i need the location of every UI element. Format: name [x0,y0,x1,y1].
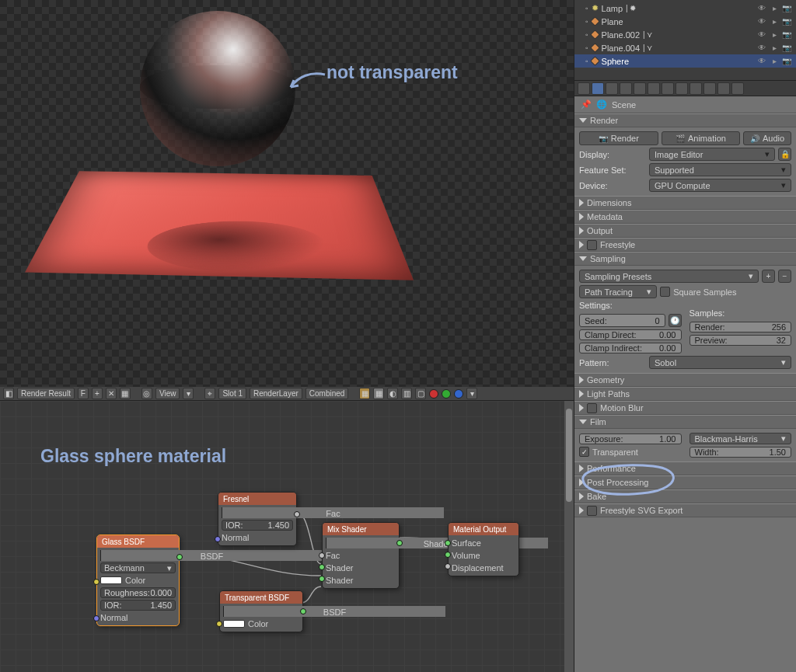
visibility-icon[interactable]: 👁 [757,44,766,53]
select-icon[interactable]: ▸ [770,30,779,40]
clamp-indirect-field[interactable]: Clamp Indirect:0.00 [579,343,682,353]
seed-clock-icon[interactable]: 🕐 [669,314,682,327]
render-icon[interactable]: 📷 [782,57,791,66]
outliner-item-sphere[interactable]: ◦ Sphere👁▸📷 [574,54,796,68]
color-red[interactable] [429,389,438,399]
tab-constraints[interactable] [648,82,660,95]
preview-samples-field[interactable]: Preview:32 [690,335,792,346]
layer-menu[interactable]: RenderLayer [250,388,302,399]
color-blue[interactable] [454,389,463,399]
tab-physics[interactable] [731,82,744,95]
socket-out-shader[interactable] [176,554,183,560]
distribution-select[interactable]: Beckmann▾ [100,562,176,573]
panel-header-performance[interactable]: Performance [574,461,796,475]
seed-field[interactable]: Seed:0 [579,314,665,327]
display-select[interactable]: Image Editor▾ [649,148,775,161]
socket-in-surface[interactable] [445,540,451,546]
lock-icon[interactable]: 🔒 [778,148,791,161]
tab-render[interactable] [578,82,590,95]
node-header[interactable]: Fresnel [218,493,296,505]
render-samples-field[interactable]: Render:256 [690,322,792,333]
node-header[interactable]: Transparent BSDF [220,591,302,604]
exposure-field[interactable]: Exposure:1.00 [579,433,682,444]
tab-data[interactable] [676,82,688,95]
node-header[interactable]: Glass BSDF [97,535,179,548]
freestyle-checkbox[interactable] [587,240,597,250]
pixel-filter-select[interactable]: Blackman-Harris▾ [690,433,792,444]
socket-in-fac[interactable] [319,552,325,559]
select-icon[interactable]: ▸ [770,17,779,26]
panel-header-metadata[interactable]: Metadata [574,210,796,224]
node-transparent-bsdf[interactable]: Transparent BSDF BSDF Color [219,590,303,632]
square-samples-checkbox[interactable] [660,287,670,297]
fake-user-toggle[interactable]: F [78,388,89,399]
view-dropdown-icon[interactable]: ▾ [183,388,194,399]
color-swatch[interactable] [223,620,245,628]
pattern-select[interactable]: Sobol▾ [649,356,791,369]
animation-button[interactable]: 🎬 Animation [662,131,741,145]
pivot-icon[interactable]: ◎ [141,388,152,399]
panel-header-bake[interactable]: Bake [574,489,796,503]
node-fresnel[interactable]: Fresnel Fac IOR:1.450 Normal [218,492,297,546]
render-button[interactable]: 📷 Render [579,131,658,145]
visibility-icon[interactable]: 👁 [757,30,766,40]
outliner[interactable]: ◦ ✹Lamp | ✹👁▸📷 ◦ Plane👁▸📷 ◦ Plane.002 | … [574,0,796,81]
panel-header-motionblur[interactable]: Motion Blur [574,401,796,415]
socket-in-displacement[interactable] [445,563,451,569]
panel-header-postproc[interactable]: Post Processing [574,475,796,489]
display-channels-2[interactable]: ▦ [373,388,384,399]
roughness-field[interactable]: Roughness:0.000 [100,587,176,598]
visibility-icon[interactable]: 👁 [757,57,766,66]
panel-header-geometry[interactable]: Geometry [574,373,796,387]
preset-remove[interactable]: − [778,270,791,283]
device-select[interactable]: GPU Compute▾ [649,179,791,192]
ior-field[interactable]: IOR:1.450 [222,520,293,531]
node-material-output[interactable]: Material Output Surface Volume Displacem… [448,522,519,576]
visibility-icon[interactable]: 👁 [757,17,766,26]
panel-header-render[interactable]: Render [574,113,796,127]
outliner-item-plane004[interactable]: ◦ Plane.004 | ⋎👁▸📷 [574,41,796,54]
socket-out-shader[interactable] [300,608,306,615]
node-header[interactable]: Mix Shader [323,523,399,535]
select-icon[interactable]: ▸ [770,57,779,66]
tab-world[interactable] [620,82,632,95]
pass-menu[interactable]: Combined [305,388,349,399]
outliner-item-plane[interactable]: ◦ Plane👁▸📷 [574,15,796,28]
select-icon[interactable]: ▸ [770,4,779,13]
panel-header-dimensions[interactable]: Dimensions [574,196,796,210]
panel-header-film[interactable]: Film [574,415,796,429]
image-menu[interactable]: Render Result [17,388,75,399]
panel-header-freestylesvg[interactable]: Freestyle SVG Export [574,503,796,517]
panel-header-lightpaths[interactable]: Light Paths [574,387,796,401]
node-scrollbar[interactable] [564,401,574,672]
filter-width-field[interactable]: Width:1.50 [690,447,792,458]
render-icon[interactable]: 📷 [782,4,791,13]
pack-button[interactable]: ▦ [120,388,131,399]
socket-in-color[interactable] [216,621,222,627]
unlink-button[interactable]: ✕ [106,388,117,399]
socket-out-shader[interactable] [396,540,403,546]
outliner-item-plane002[interactable]: ◦ Plane.002 | ⋎👁▸📷 [574,28,796,41]
clamp-direct-field[interactable]: Clamp Direct:0.00 [579,329,682,340]
outliner-item-lamp[interactable]: ◦ ✹Lamp | ✹👁▸📷 [574,2,796,15]
panel-header-output[interactable]: Output [574,224,796,238]
tab-material[interactable] [690,82,702,95]
node-header[interactable]: Material Output [449,523,518,535]
transparent-checkbox[interactable]: ✓ [579,447,589,457]
tab-particles[interactable] [717,82,730,95]
tab-render-layers[interactable] [592,82,604,95]
display-channels-5[interactable]: ▢ [415,388,426,399]
slot-menu[interactable]: Slot 1 [218,388,246,399]
tab-object[interactable] [634,82,646,95]
socket-in-shader[interactable] [319,564,325,570]
sampling-presets[interactable]: Sampling Presets▾ [579,270,759,283]
integrator-select[interactable]: Path Tracing▾ [579,285,657,298]
render-icon[interactable]: 📷 [782,44,791,53]
display-channels-3[interactable]: ◐ [387,388,398,399]
render-icon[interactable]: 📷 [782,17,791,26]
socket-in-color[interactable] [93,579,100,585]
socket-in-normal[interactable] [215,536,221,542]
socket-in-volume[interactable] [445,552,451,558]
pin-icon[interactable]: 📌 [581,99,592,110]
node-mix-shader[interactable]: Mix Shader Shader Fac Shader Shader [322,522,400,589]
